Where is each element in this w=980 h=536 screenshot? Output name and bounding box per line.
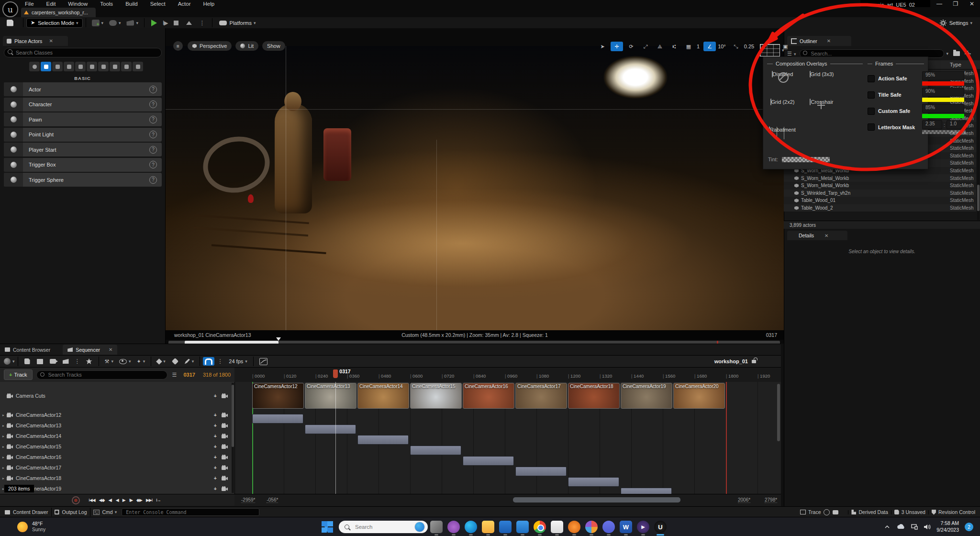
expander-icon[interactable]: ▸ <box>0 413 7 417</box>
world-gizmo-button[interactable]: ⟁ <box>654 42 666 51</box>
derived-data-button[interactable]: Derived Data <box>851 509 888 515</box>
sequencer-next-key-button[interactable]: ◆▶ <box>136 498 142 502</box>
sequencer-jump-end-button[interactable]: ▶▶I <box>146 498 152 502</box>
network-icon[interactable] <box>911 524 918 530</box>
grid-snap-value[interactable]: 1 <box>697 44 700 49</box>
track-section-bar[interactable] <box>568 477 619 487</box>
category-all-icon[interactable] <box>133 62 143 71</box>
help-icon[interactable]: ? <box>149 161 157 168</box>
add-section-button[interactable]: + <box>214 475 217 481</box>
sequencer-next-frame-button[interactable]: I▶ <box>129 498 133 502</box>
sequencer-current-frame[interactable]: 0317 <box>183 372 195 378</box>
browse-sequence-icon[interactable] <box>37 359 43 364</box>
add-track-button[interactable]: + Track <box>4 369 33 380</box>
add-section-button[interactable]: + <box>214 412 217 418</box>
camera-cut-section[interactable]: CineCameraActor19 <box>621 383 672 409</box>
range-right-inner[interactable]: 2006* <box>738 497 750 503</box>
track-cinecameraactor16[interactable]: ▸CineCameraActor16+ <box>0 452 234 463</box>
outliner-filter-icon[interactable]: ☰▾ <box>787 51 796 57</box>
title-safe-color-bar[interactable] <box>922 98 964 102</box>
outliner-tab[interactable]: Outliner ✕ <box>787 36 851 46</box>
menu-tools[interactable]: Tools <box>100 1 113 7</box>
add-section-button[interactable]: + <box>214 454 217 460</box>
expander-icon[interactable]: ▸ <box>0 476 7 480</box>
rotation-snap-value[interactable]: 10° <box>718 44 726 49</box>
file-explorer-icon[interactable] <box>482 521 494 533</box>
menu-window[interactable]: Window <box>68 1 88 7</box>
title-safe-value[interactable]: 90% <box>922 88 964 97</box>
help-icon[interactable]: ? <box>149 86 157 93</box>
rotate-tool-button[interactable]: ⟳ <box>625 42 637 51</box>
new-folder-icon[interactable] <box>953 51 960 56</box>
letterbox-ratio-y[interactable]: 1.0 <box>947 120 966 129</box>
filter-icon[interactable]: ☰ <box>172 372 177 378</box>
track-section-bar[interactable] <box>410 446 461 455</box>
save-sequence-icon[interactable] <box>24 358 30 364</box>
playback-options-dropdown[interactable]: ✦▾ <box>136 358 145 365</box>
edit-mode-dropdown[interactable]: ▾ <box>185 359 194 364</box>
action-safe-value[interactable]: 95% <box>922 71 964 80</box>
select-tool-button[interactable]: ➤ <box>596 42 609 51</box>
camera-lock-button[interactable] <box>222 434 228 438</box>
blueprints-dropdown[interactable]: ▾ <box>109 20 121 26</box>
microsoft-store-icon[interactable] <box>499 521 512 533</box>
curve-editor-icon[interactable] <box>259 358 267 365</box>
camera-lock-button[interactable] <box>222 465 228 470</box>
notification-badge[interactable]: 2 <box>965 523 973 531</box>
camera-cut-section[interactable]: CineCameraActor20 <box>673 383 725 409</box>
camera-cut-section[interactable]: CineCameraActor17 <box>515 383 567 409</box>
close-icon[interactable]: ✕ <box>827 38 831 44</box>
auto-key-icon[interactable] <box>172 358 178 365</box>
search-tracks-input[interactable] <box>36 370 167 380</box>
unreal-engine-icon[interactable]: U <box>654 521 667 533</box>
track-cinecameraactor19[interactable]: ▸CineCameraActor19+ <box>0 483 234 494</box>
minimize-button[interactable]: — <box>931 0 947 7</box>
track-cinecameraactor17[interactable]: ▸CineCameraActor17+ <box>0 462 234 473</box>
letterbox-color-bar[interactable] <box>922 130 966 134</box>
sequence-name-label[interactable]: workshop_01 <box>714 358 748 364</box>
sequencer-range-info[interactable]: 318 of 1800 <box>203 372 231 378</box>
composition-overlay-dropdown-button[interactable]: ▾ <box>760 44 784 56</box>
camera-cut-section[interactable]: CineCameraActor16 <box>463 383 514 409</box>
add-section-button[interactable]: + <box>214 393 217 399</box>
sequence-tools-dropdown[interactable]: ⚒▾ <box>105 358 113 365</box>
details-tab[interactable]: Details ✕ <box>787 231 847 240</box>
record-button[interactable] <box>72 496 80 504</box>
expander-icon[interactable]: ▸ <box>0 466 7 470</box>
place-actor-item-point-light[interactable]: Point Light? <box>4 128 162 142</box>
outliner-row[interactable]: S_Wrinkled_Tarp_vh2nStaticMesh <box>784 190 976 197</box>
taskbar-search[interactable] <box>339 521 428 533</box>
category-recent-icon[interactable] <box>29 62 40 71</box>
sequencer-prev-key-button[interactable]: ◀◆ <box>99 498 105 502</box>
settings-dropdown[interactable]: Settings ▾ <box>940 20 972 26</box>
taskbar-search-input[interactable] <box>354 524 404 530</box>
action-safe-color-bar[interactable] <box>922 81 964 86</box>
render-options-kebab-icon[interactable]: ⋮ <box>75 358 80 365</box>
lit-dropdown[interactable]: Lit <box>235 41 258 51</box>
camera-cut-section[interactable]: CineCameraActor18 <box>568 383 620 409</box>
sequencer-loop-button[interactable]: I→ <box>156 498 161 502</box>
custom-safe-value[interactable]: 85% <box>922 104 964 113</box>
close-icon[interactable]: ✕ <box>49 38 53 44</box>
grid-snap-icon[interactable]: ▦ <box>682 42 695 51</box>
camera-lock-button[interactable] <box>222 476 228 480</box>
play-options-kebab-icon[interactable]: ⋮ <box>200 20 205 26</box>
stop-button[interactable] <box>174 21 178 25</box>
overlay-option-grid2x2[interactable]: Grid (2x2) <box>767 99 798 105</box>
camera-lock-button[interactable] <box>222 423 228 428</box>
category-volumes-icon[interactable] <box>98 62 109 71</box>
letterbox-ratio-x[interactable]: 2.35 <box>922 120 942 129</box>
discord-icon[interactable] <box>602 521 615 533</box>
add-section-button[interactable]: + <box>214 444 217 449</box>
place-actor-item-player-start[interactable]: Player Start? <box>4 143 162 156</box>
camera-app-icon[interactable] <box>447 521 460 533</box>
add-actor-dropdown[interactable]: +▾ <box>92 19 103 27</box>
sequencer-prev-frame-button[interactable]: ◀I <box>108 498 111 502</box>
trace-button[interactable]: Trace <box>800 509 821 515</box>
search-options-chevron-icon[interactable]: ▾ <box>946 51 948 56</box>
sequencer-play-reverse-button[interactable]: ◀ <box>116 498 119 502</box>
close-window-button[interactable]: ✕ <box>964 0 980 7</box>
output-log-button[interactable]: Output Log <box>55 509 87 515</box>
menu-file[interactable]: File <box>25 1 34 7</box>
place-actor-item-pawn[interactable]: Pawn? <box>4 112 162 126</box>
